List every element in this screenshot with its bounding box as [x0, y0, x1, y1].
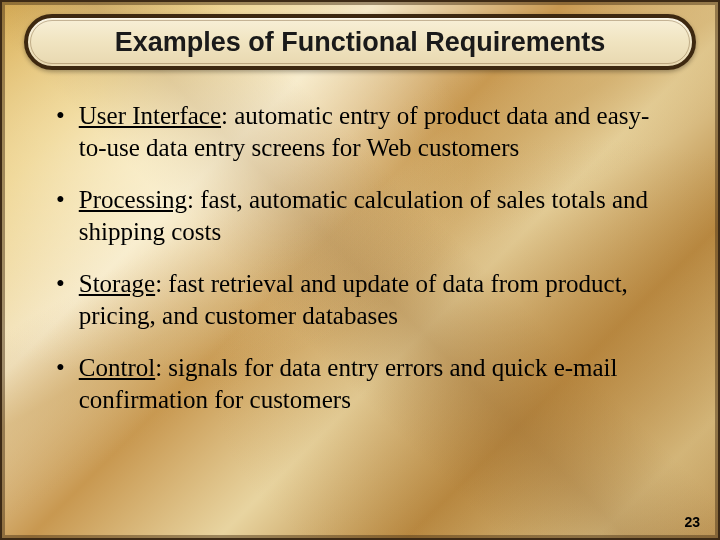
bullet-icon: • [56, 100, 65, 132]
bullet-icon: • [56, 268, 65, 300]
slide: Examples of Functional Requirements • Us… [0, 0, 720, 540]
bullet-label: User Interface [79, 102, 221, 129]
bullet-icon: • [56, 184, 65, 216]
page-number: 23 [684, 514, 700, 530]
list-item: • Processing: fast, automatic calculatio… [48, 184, 672, 248]
bullet-body: : fast retrieval and update of data from… [79, 270, 628, 329]
bullet-list: • User Interface: automatic entry of pro… [48, 100, 672, 436]
bullet-label: Control [79, 354, 155, 381]
list-item: • User Interface: automatic entry of pro… [48, 100, 672, 164]
bullet-label: Processing [79, 186, 187, 213]
list-item: • Control: signals for data entry errors… [48, 352, 672, 416]
bullet-text: Processing: fast, automatic calculation … [79, 184, 672, 248]
bullet-label: Storage [79, 270, 155, 297]
slide-title: Examples of Functional Requirements [115, 27, 606, 58]
bullet-icon: • [56, 352, 65, 384]
title-bar: Examples of Functional Requirements [24, 14, 696, 70]
list-item: • Storage: fast retrieval and update of … [48, 268, 672, 332]
bullet-body: : signals for data entry errors and quic… [79, 354, 618, 413]
bullet-text: Control: signals for data entry errors a… [79, 352, 672, 416]
bullet-text: Storage: fast retrieval and update of da… [79, 268, 672, 332]
bullet-text: User Interface: automatic entry of produ… [79, 100, 672, 164]
